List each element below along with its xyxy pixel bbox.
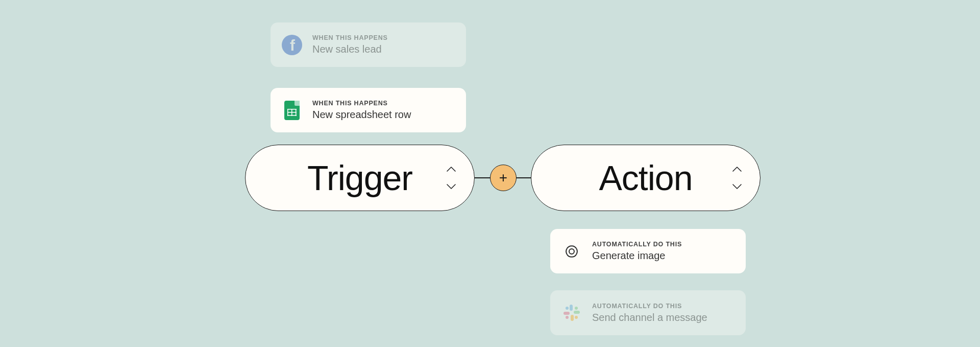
- facebook-icon: [282, 35, 302, 55]
- action-label: Send channel a message: [592, 312, 707, 323]
- card-text: WHEN THIS HAPPENS New spreadsheet row: [312, 100, 411, 121]
- chevron-down-icon[interactable]: [732, 184, 742, 189]
- trigger-pill[interactable]: Trigger: [245, 145, 475, 211]
- action-label: Generate image: [592, 250, 682, 262]
- eyebrow-label: AUTOMATICALLY DO THIS: [592, 241, 682, 248]
- action-stepper[interactable]: [732, 167, 742, 189]
- card-text: AUTOMATICALLY DO THIS Generate image: [592, 241, 682, 262]
- action-pill[interactable]: Action: [531, 145, 761, 211]
- eyebrow-label: WHEN THIS HAPPENS: [312, 34, 388, 41]
- svg-point-6: [575, 307, 578, 310]
- google-sheets-icon: [282, 100, 302, 121]
- svg-point-5: [566, 307, 569, 310]
- chevron-up-icon[interactable]: [447, 167, 456, 172]
- svg-point-7: [575, 316, 578, 319]
- chevron-down-icon[interactable]: [447, 184, 456, 189]
- svg-point-0: [569, 249, 574, 254]
- plus-icon: +: [499, 170, 507, 186]
- svg-point-8: [566, 316, 569, 319]
- eyebrow-label: AUTOMATICALLY DO THIS: [592, 303, 707, 310]
- trigger-label: New spreadsheet row: [312, 109, 411, 121]
- trigger-option-faded[interactable]: WHEN THIS HAPPENS New sales lead: [271, 22, 466, 67]
- trigger-label: New sales lead: [312, 43, 388, 55]
- trigger-pill-label: Trigger: [307, 158, 412, 198]
- add-step-button[interactable]: +: [490, 165, 517, 191]
- action-pill-label: Action: [599, 158, 693, 198]
- trigger-option-selected[interactable]: WHEN THIS HAPPENS New spreadsheet row: [271, 88, 466, 132]
- eyebrow-label: WHEN THIS HAPPENS: [312, 100, 411, 107]
- svg-rect-4: [564, 312, 570, 315]
- action-option-faded[interactable]: AUTOMATICALLY DO THIS Send channel a mes…: [550, 290, 746, 335]
- card-text: AUTOMATICALLY DO THIS Send channel a mes…: [592, 303, 707, 323]
- svg-rect-1: [570, 305, 573, 311]
- svg-rect-2: [574, 311, 580, 314]
- chevron-up-icon[interactable]: [732, 167, 742, 172]
- action-option-selected[interactable]: AUTOMATICALLY DO THIS Generate image: [550, 229, 746, 273]
- slack-icon: [561, 303, 582, 323]
- svg-rect-3: [571, 315, 574, 321]
- openai-icon: [561, 241, 582, 262]
- card-text: WHEN THIS HAPPENS New sales lead: [312, 34, 388, 55]
- trigger-stepper[interactable]: [447, 167, 456, 189]
